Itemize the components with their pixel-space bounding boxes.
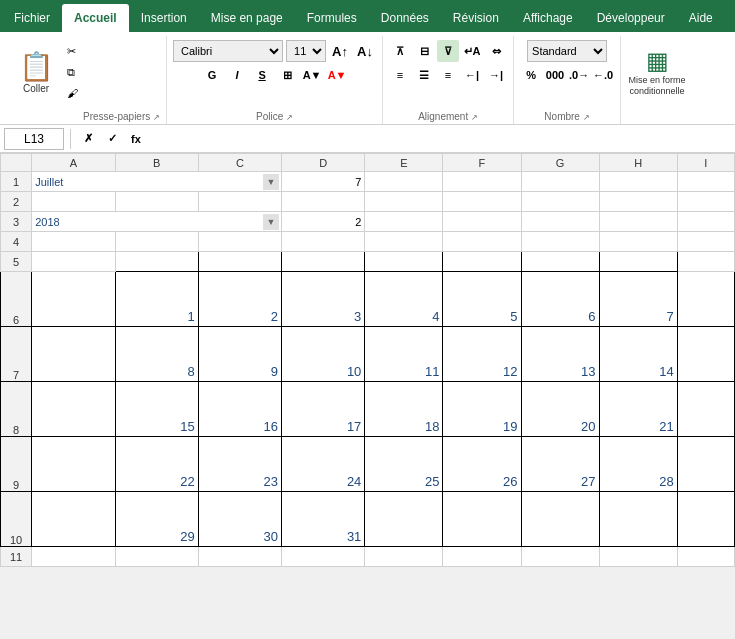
col-header-b[interactable]: B: [115, 154, 198, 172]
cell-g8[interactable]: 20: [521, 382, 599, 437]
col-header-d[interactable]: D: [282, 154, 365, 172]
cell-g3[interactable]: [521, 212, 599, 232]
cell-f7[interactable]: 12: [443, 327, 521, 382]
cell-b2[interactable]: [115, 192, 198, 212]
cell-i10[interactable]: [677, 492, 734, 547]
cell-f11[interactable]: [443, 547, 521, 567]
col-header-a[interactable]: A: [32, 154, 115, 172]
cell-h10[interactable]: [599, 492, 677, 547]
cell-f4[interactable]: [443, 232, 521, 252]
tab-aide[interactable]: Aide: [677, 4, 725, 32]
cell-h6[interactable]: 7: [599, 272, 677, 327]
increase-indent-button[interactable]: →|: [485, 64, 507, 86]
cell-g11[interactable]: [521, 547, 599, 567]
cell-h11[interactable]: [599, 547, 677, 567]
col-header-h[interactable]: H: [599, 154, 677, 172]
cell-h4[interactable]: [599, 232, 677, 252]
cell-g10[interactable]: [521, 492, 599, 547]
decrease-indent-button[interactable]: ←|: [461, 64, 483, 86]
cell-c11[interactable]: [198, 547, 281, 567]
cell-e4[interactable]: [365, 232, 443, 252]
cell-b9[interactable]: 22: [115, 437, 198, 492]
paste-button[interactable]: 📋 Coller: [10, 40, 62, 104]
cell-d5[interactable]: [282, 252, 365, 272]
tab-fichier[interactable]: Fichier: [2, 4, 62, 32]
cell-a9[interactable]: [32, 437, 115, 492]
cell-g9[interactable]: 27: [521, 437, 599, 492]
cell-e8[interactable]: 18: [365, 382, 443, 437]
cell-h1[interactable]: [599, 172, 677, 192]
comma-button[interactable]: 000: [544, 64, 566, 86]
cell-i11[interactable]: [677, 547, 734, 567]
cell-b8[interactable]: 15: [115, 382, 198, 437]
cell-c8[interactable]: 16: [198, 382, 281, 437]
cell-d7[interactable]: 10: [282, 327, 365, 382]
cell-a11[interactable]: [32, 547, 115, 567]
cell-d6[interactable]: 3: [282, 272, 365, 327]
cell-a7[interactable]: [32, 327, 115, 382]
tab-insertion[interactable]: Insertion: [129, 4, 199, 32]
align-right-button[interactable]: ≡: [437, 64, 459, 86]
bold-button[interactable]: G: [201, 64, 223, 86]
decrease-decimal-button[interactable]: ←.0: [592, 64, 614, 86]
tab-donnees[interactable]: Données: [369, 4, 441, 32]
cell-e1[interactable]: [365, 172, 443, 192]
conditional-format-button[interactable]: ▦ Mise en forme conditionnelle: [627, 40, 687, 104]
cell-d11[interactable]: [282, 547, 365, 567]
alignment-expand-icon[interactable]: ↗: [471, 113, 478, 122]
cell-i1[interactable]: [677, 172, 734, 192]
col-header-f[interactable]: F: [443, 154, 521, 172]
format-painter-button[interactable]: 🖌: [62, 84, 83, 102]
cell-a3[interactable]: 2018 ▼: [32, 212, 282, 232]
cell-b10[interactable]: 29: [115, 492, 198, 547]
cell-c7[interactable]: 9: [198, 327, 281, 382]
cell-f10[interactable]: [443, 492, 521, 547]
tab-developpeur[interactable]: Développeur: [585, 4, 677, 32]
cell-f6[interactable]: 5: [443, 272, 521, 327]
border-button[interactable]: ⊞: [276, 64, 298, 86]
cell-c9[interactable]: 23: [198, 437, 281, 492]
cell-b5[interactable]: [115, 252, 198, 272]
cell-f2[interactable]: [443, 192, 521, 212]
cell-e7[interactable]: 11: [365, 327, 443, 382]
cell-a10[interactable]: [32, 492, 115, 547]
cell-g5[interactable]: [521, 252, 599, 272]
tab-accueil[interactable]: Accueil: [62, 4, 129, 32]
cell-h7[interactable]: 14: [599, 327, 677, 382]
cell-e2[interactable]: [365, 192, 443, 212]
cell-b11[interactable]: [115, 547, 198, 567]
cell-e6[interactable]: 4: [365, 272, 443, 327]
cell-i2[interactable]: [677, 192, 734, 212]
cell-g4[interactable]: [521, 232, 599, 252]
fill-color-button[interactable]: A▼: [301, 64, 323, 86]
cell-i6[interactable]: [677, 272, 734, 327]
tab-mise-en-page[interactable]: Mise en page: [199, 4, 295, 32]
cut-button[interactable]: ✂: [62, 42, 83, 61]
cell-b4[interactable]: [115, 232, 198, 252]
percent-button[interactable]: %: [520, 64, 542, 86]
underline-button[interactable]: S: [251, 64, 273, 86]
cell-b7[interactable]: 8: [115, 327, 198, 382]
cell-a2[interactable]: [32, 192, 115, 212]
cell-f9[interactable]: 26: [443, 437, 521, 492]
cell-h3[interactable]: [599, 212, 677, 232]
formula-input[interactable]: [151, 128, 731, 150]
cell-reference-input[interactable]: [4, 128, 64, 150]
cell-g1[interactable]: [521, 172, 599, 192]
cell-e11[interactable]: [365, 547, 443, 567]
col-header-c[interactable]: C: [198, 154, 281, 172]
font-color-button[interactable]: A▼: [326, 64, 348, 86]
number-format-select[interactable]: Standard: [527, 40, 607, 62]
increase-font-button[interactable]: A↑: [329, 40, 351, 62]
cell-g2[interactable]: [521, 192, 599, 212]
col-header-i[interactable]: I: [677, 154, 734, 172]
cell-d9[interactable]: 24: [282, 437, 365, 492]
cell-a6[interactable]: [32, 272, 115, 327]
cell-e10[interactable]: [365, 492, 443, 547]
col-header-e[interactable]: E: [365, 154, 443, 172]
cell-e3[interactable]: [365, 212, 443, 232]
cell-f5[interactable]: [443, 252, 521, 272]
cancel-formula-button[interactable]: ✗: [77, 128, 99, 150]
cell-h8[interactable]: 21: [599, 382, 677, 437]
increase-decimal-button[interactable]: .0→: [568, 64, 590, 86]
